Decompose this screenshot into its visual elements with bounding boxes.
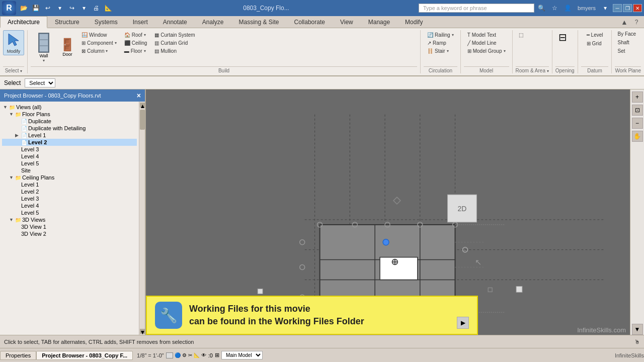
door-icon: 🚪 xyxy=(60,38,75,52)
tab-systems[interactable]: Systems xyxy=(87,16,125,28)
open-button[interactable]: 📂 xyxy=(18,3,29,14)
tab-collaborate[interactable]: Collaborate xyxy=(287,16,333,28)
tab-massing[interactable]: Massing & Site xyxy=(231,16,287,28)
zoom-extent-btn[interactable]: ⊡ xyxy=(632,105,643,116)
undo-dropdown[interactable]: ▾ xyxy=(54,3,65,14)
help-button[interactable]: ? xyxy=(631,17,642,28)
roof-button[interactable]: 🏠 Roof ▾ xyxy=(122,31,150,39)
mullion-button[interactable]: ▤ Mullion xyxy=(152,47,197,55)
notification-dismiss[interactable]: ▶ xyxy=(457,317,469,329)
tree-level4[interactable]: Level 4 xyxy=(2,153,137,160)
search-icon[interactable]: 🔍 xyxy=(536,3,547,14)
workset-selector[interactable]: Main Model xyxy=(221,351,263,359)
tree-duplicate-detailing[interactable]: 📄 Duplicate with Detailing xyxy=(2,125,137,132)
scroll-right[interactable]: ▼ xyxy=(632,324,643,335)
tree-duplicate[interactable]: 📄 Duplicate xyxy=(2,118,137,125)
tree-level2[interactable]: 📄 Level 2 xyxy=(2,139,137,146)
project-browser-tab[interactable]: Project Browser - 0803_Copy F... xyxy=(36,351,133,360)
restore-button[interactable]: ❐ xyxy=(623,4,632,12)
scroll-down-arrow[interactable]: ▼ xyxy=(140,329,145,334)
scroll-up-arrow[interactable]: ▲ xyxy=(140,103,145,108)
door-button[interactable]: 🚪 Door xyxy=(57,30,77,64)
pan-btn[interactable]: ✋ xyxy=(632,131,643,142)
save-button[interactable]: 💾 xyxy=(30,3,41,14)
border-toggle[interactable] xyxy=(166,352,173,358)
model-line-button[interactable]: ╱ Model Line xyxy=(465,39,508,47)
select-dropdown-arrow[interactable]: ▾ xyxy=(20,69,22,73)
user-icon[interactable]: 👤 xyxy=(562,3,574,14)
zoom-in-btn[interactable]: + xyxy=(632,92,643,103)
modify-button[interactable]: Modify xyxy=(3,30,24,55)
thin-lines-toggle[interactable]: 🔵 xyxy=(175,352,181,358)
tab-architecture[interactable]: Architecture xyxy=(0,16,47,28)
ramp-button[interactable]: ↗ Ramp xyxy=(425,39,456,47)
tree-3d-view2[interactable]: 3D View 2 xyxy=(2,230,137,237)
tree-3d-view1[interactable]: 3D View 1 xyxy=(2,223,137,230)
tree-cp-level5[interactable]: Level 5 xyxy=(2,209,137,216)
undo-button[interactable]: ↩ xyxy=(42,3,53,14)
room-area-button[interactable]: ⬚ xyxy=(517,31,525,39)
model-group-button[interactable]: ⊞ Model Group ▾ xyxy=(465,47,508,55)
tab-annotate[interactable]: Annotate xyxy=(155,16,195,28)
tab-structure[interactable]: Structure xyxy=(47,16,87,28)
component-button[interactable]: ⊞ Component ▾ xyxy=(79,39,119,47)
zoom-out-btn[interactable]: − xyxy=(632,118,643,129)
tree-level5[interactable]: Level 5 xyxy=(2,160,137,167)
shaft-button[interactable]: Shaft xyxy=(615,39,638,46)
project-browser-close[interactable]: × xyxy=(137,92,141,100)
opening-icon: ⊟ xyxy=(558,31,567,43)
level-button[interactable]: ━ Level xyxy=(584,31,606,39)
tree-level1[interactable]: ▶ 📄 Level 1 xyxy=(2,132,137,139)
tree-views-all[interactable]: ▼ 📁 Views (all) xyxy=(2,104,137,111)
crop-toggle[interactable]: ✂ xyxy=(188,352,192,358)
tree-3d-views[interactable]: ▼ 📁 3D Views xyxy=(2,216,137,223)
measure-button[interactable]: 📐 xyxy=(103,3,114,14)
tree-cp-level1[interactable]: Level 1 xyxy=(2,181,137,188)
hide-toggle[interactable]: 👁 xyxy=(201,352,206,358)
settings-dropdown[interactable]: ▾ xyxy=(600,3,611,14)
column-button[interactable]: ⊠ Column ▾ xyxy=(79,47,119,55)
search-box[interactable]: Type a keyword or phrase xyxy=(419,4,534,13)
tree-cp-level3[interactable]: Level 3 xyxy=(2,195,137,202)
properties-tab[interactable]: Properties xyxy=(0,351,36,360)
bookmark-icon[interactable]: ☆ xyxy=(549,3,560,14)
model-text-button[interactable]: T Model Text xyxy=(465,31,508,39)
floor-button[interactable]: ▬ Floor ▾ xyxy=(122,47,150,55)
detail-toggle[interactable]: 📐 xyxy=(194,352,200,358)
shadows-toggle[interactable]: ⚙ xyxy=(182,352,187,358)
tab-insert[interactable]: Insert xyxy=(125,16,155,28)
tab-view[interactable]: View xyxy=(333,16,361,28)
redo-button[interactable]: ↪ xyxy=(66,3,77,14)
window-button[interactable]: 🪟 Window xyxy=(79,31,119,39)
grid-button[interactable]: ⊞ Grid xyxy=(584,40,606,47)
stair-button[interactable]: 🪜 Stair ▾ xyxy=(425,47,456,55)
curtain-grid-button[interactable]: ▥ Curtain Grid xyxy=(152,39,197,47)
wall-dropdown[interactable]: ▾ xyxy=(43,58,45,63)
ribbon-toggle[interactable]: ▲ xyxy=(619,17,630,28)
tree-floor-plans[interactable]: ▼ 📁 Floor Plans xyxy=(2,111,137,118)
redo-dropdown[interactable]: ▾ xyxy=(78,3,90,14)
opening-button[interactable]: ⊟ xyxy=(555,30,570,44)
tree-site[interactable]: Site xyxy=(2,167,137,174)
tab-analyze[interactable]: Analyze xyxy=(195,16,231,28)
tree-cp-level2[interactable]: Level 2 xyxy=(2,188,137,195)
tab-modify[interactable]: Modify xyxy=(397,16,430,28)
curtain-system-button[interactable]: ▦ Curtain System xyxy=(152,31,197,39)
scrollbar[interactable]: ▲ ▼ xyxy=(139,102,145,335)
select-section-label: Select ▾ xyxy=(3,66,24,73)
wall-button[interactable]: Wall ▾ xyxy=(31,30,57,64)
tree-level3[interactable]: Level 3 xyxy=(2,146,137,153)
tree-ceiling-plans[interactable]: ▼ 📁 Ceiling Plans xyxy=(2,174,137,181)
by-face-button[interactable]: By Face xyxy=(615,30,638,38)
print-button[interactable]: 🖨 xyxy=(91,3,102,14)
tab-manage[interactable]: Manage xyxy=(361,16,397,28)
tree-cp-level4[interactable]: Level 4 xyxy=(2,202,137,209)
close-button[interactable]: ✕ xyxy=(633,4,642,12)
scroll-thumb[interactable] xyxy=(140,110,145,130)
ribbon-section-room: ⬚ Room & Area ▾ xyxy=(513,30,552,73)
select-dropdown[interactable]: Select xyxy=(25,78,55,87)
set-button[interactable]: Set xyxy=(615,47,638,55)
minimize-button[interactable]: ─ xyxy=(613,4,622,12)
railing-button[interactable]: 🔄 Railing ▾ xyxy=(425,31,456,39)
ceiling-button[interactable]: ⬛ Ceiling xyxy=(122,39,150,47)
